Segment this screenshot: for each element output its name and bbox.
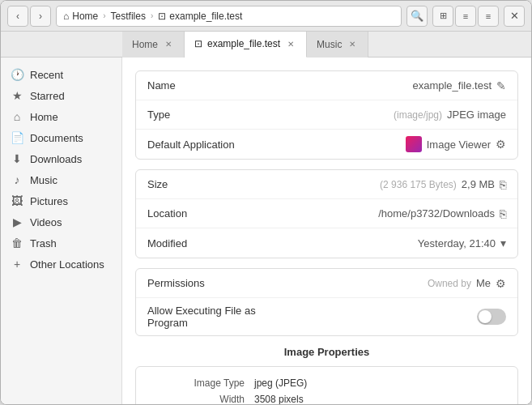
- forward-button[interactable]: ›: [30, 6, 51, 27]
- prop-row-name: Name example_file.test ✎: [136, 71, 517, 100]
- file-info-section: Size (2 936 175 Bytes) 2,9 MB ⎘ Location…: [135, 169, 518, 258]
- menu-icon: ≡: [486, 11, 491, 21]
- videos-icon: ▶: [11, 215, 23, 228]
- prop-value-type: (image/jpg) JPEG image: [277, 109, 506, 121]
- breadcrumb-label-home: Home: [72, 11, 98, 22]
- tab-music-close[interactable]: ✕: [347, 39, 358, 50]
- prop-label-type: Type: [147, 109, 277, 121]
- window: ‹ › ⌂ Home › Testfiles › ⊡ example_file.…: [0, 0, 532, 405]
- tab-example-file-close[interactable]: ✕: [285, 38, 296, 49]
- execute-toggle[interactable]: [477, 309, 506, 325]
- img-prop-label-width: Width: [149, 394, 254, 404]
- prop-row-size: Size (2 936 175 Bytes) 2,9 MB ⎘: [136, 170, 517, 199]
- default-app-gear-icon[interactable]: ⚙: [496, 138, 506, 151]
- size-copy-icon[interactable]: ⎘: [500, 178, 506, 191]
- sidebar-item-documents[interactable]: 📄 Documents: [1, 127, 121, 148]
- prop-label-execute: Allow Executing File as Program: [147, 305, 277, 329]
- prop-value-name: example_file.test ✎: [277, 79, 506, 92]
- view-list-button[interactable]: ≡: [455, 6, 476, 27]
- search-icon: 🔍: [411, 10, 423, 22]
- forward-icon: ›: [39, 11, 42, 22]
- img-prop-width: Width 3508 pixels: [149, 391, 504, 404]
- pictures-icon: 🖼: [11, 194, 23, 207]
- tab-music-label: Music: [317, 39, 342, 50]
- sidebar-label-trash: Trash: [30, 237, 57, 249]
- location-copy-icon[interactable]: ⎘: [500, 207, 506, 220]
- sidebar-label-music: Music: [30, 174, 57, 186]
- downloads-icon: ⬇: [11, 152, 23, 165]
- img-prop-label-type: Image Type: [149, 377, 254, 389]
- sidebar-item-pictures[interactable]: 🖼 Pictures: [1, 190, 121, 211]
- breadcrumb[interactable]: ⌂ Home › Testfiles › ⊡ example_file.test: [56, 6, 402, 27]
- app-icon: [406, 136, 422, 152]
- sidebar-label-documents: Documents: [30, 132, 83, 144]
- content-area: Name example_file.test ✎ Type (image/jpg…: [122, 58, 531, 404]
- back-icon: ‹: [16, 11, 19, 22]
- sidebar-item-home[interactable]: ⌂ Home: [1, 106, 121, 127]
- close-icon: ✕: [510, 10, 519, 22]
- prop-row-default-app: Default Application Image Viewer ⚙: [136, 130, 517, 159]
- tab-example-file-label: example_file.test: [207, 38, 280, 49]
- prop-label-size: Size: [147, 178, 277, 190]
- prop-label-location: Location: [147, 207, 277, 220]
- home-nav-icon: ⌂: [11, 110, 23, 123]
- breadcrumb-item-file[interactable]: ⊡ example_file.test: [158, 11, 242, 22]
- sidebar-item-downloads[interactable]: ⬇ Downloads: [1, 148, 121, 169]
- grid-icon: ⊞: [440, 11, 447, 21]
- breadcrumb-item-home[interactable]: ⌂ Home: [63, 11, 98, 22]
- prop-value-execute: [277, 309, 506, 325]
- sidebar-label-other-locations: Other Locations: [30, 258, 104, 271]
- sidebar-label-downloads: Downloads: [30, 153, 82, 165]
- breadcrumb-label-testfiles: Testfiles: [111, 11, 146, 22]
- menu-button[interactable]: ≡: [478, 6, 499, 27]
- permissions-section: Permissions Owned by Me ⚙ Allow Executin…: [135, 268, 518, 336]
- prop-value-location: /home/p3732/Downloads ⎘: [277, 207, 506, 220]
- sidebar-item-trash[interactable]: 🗑 Trash: [1, 232, 121, 254]
- sidebar-label-pictures: Pictures: [30, 195, 68, 207]
- breadcrumb-item-testfiles[interactable]: Testfiles: [111, 11, 146, 22]
- titlebar-actions: ⊞ ≡ ≡: [432, 6, 499, 27]
- image-properties-table: Image Type jpeg (JPEG) Width 3508 pixels…: [135, 366, 518, 404]
- tab-home-label: Home: [132, 39, 158, 50]
- close-button[interactable]: ✕: [504, 6, 525, 27]
- prop-value-permissions: Owned by Me ⚙: [277, 277, 506, 290]
- prop-value-modified: Yesterday, 21:40 ▾: [277, 237, 506, 249]
- tab-file-icon: ⊡: [194, 38, 202, 49]
- trash-icon: 🗑: [11, 237, 23, 249]
- prop-value-default-app: Image Viewer ⚙: [277, 136, 506, 152]
- img-prop-value-type: jpeg (JPEG): [254, 377, 307, 389]
- tab-home[interactable]: Home ✕: [122, 32, 185, 58]
- sidebar-item-other-locations[interactable]: + Other Locations: [1, 254, 121, 275]
- back-button[interactable]: ‹: [7, 6, 28, 27]
- search-button[interactable]: 🔍: [406, 6, 428, 27]
- documents-icon: 📄: [11, 131, 23, 144]
- prop-label-default-app: Default Application: [147, 139, 277, 151]
- tab-home-close[interactable]: ✕: [163, 39, 174, 50]
- sidebar-item-starred[interactable]: ★ Starred: [1, 85, 121, 106]
- prop-row-execute: Allow Executing File as Program: [136, 298, 517, 335]
- sidebar-item-videos[interactable]: ▶ Videos: [1, 211, 121, 232]
- breadcrumb-separator: ›: [103, 11, 105, 20]
- img-prop-type: Image Type jpeg (JPEG): [149, 375, 504, 391]
- view-grid-button[interactable]: ⊞: [432, 6, 453, 27]
- sidebar-item-music[interactable]: ♪ Music: [1, 169, 121, 190]
- sidebar-label-recent: Recent: [30, 69, 63, 81]
- prop-label-name: Name: [147, 79, 277, 92]
- prop-row-modified: Modified Yesterday, 21:40 ▾: [136, 228, 517, 258]
- edit-icon[interactable]: ✎: [496, 79, 506, 92]
- tab-music[interactable]: Music ✕: [307, 32, 368, 58]
- nav-buttons: ‹ ›: [7, 6, 51, 27]
- modified-expand-icon[interactable]: ▾: [500, 237, 506, 249]
- prop-row-type: Type (image/jpg) JPEG image: [136, 100, 517, 130]
- tabbar: Home ✕ ⊡ example_file.test ✕ Music ✕: [1, 32, 531, 58]
- prop-row-permissions: Permissions Owned by Me ⚙: [136, 269, 517, 298]
- permissions-gear-icon[interactable]: ⚙: [496, 277, 506, 290]
- prop-row-location: Location /home/p3732/Downloads ⎘: [136, 199, 517, 228]
- sidebar-label-videos: Videos: [30, 216, 62, 228]
- tab-example-file[interactable]: ⊡ example_file.test ✕: [185, 32, 307, 58]
- file-icon: ⊡: [158, 11, 166, 22]
- sidebar-item-recent[interactable]: 🕐 Recent: [1, 64, 121, 85]
- starred-icon: ★: [11, 89, 23, 102]
- image-properties-title: Image Properties: [135, 346, 518, 358]
- music-icon: ♪: [11, 173, 23, 186]
